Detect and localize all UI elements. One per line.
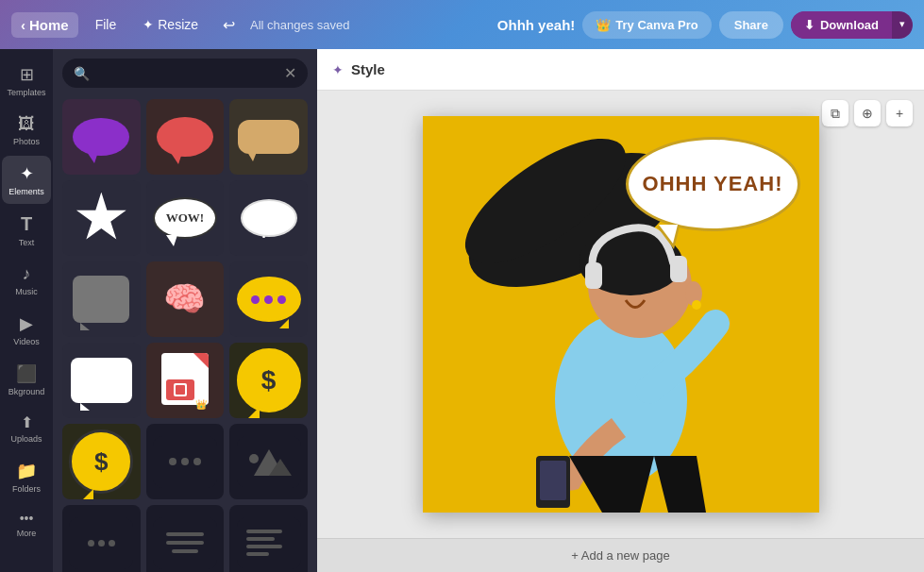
more-icon: ••• <box>20 511 34 526</box>
download-dropdown-button[interactable]: ▾ <box>892 11 913 39</box>
resize-icon: ✦ <box>143 17 154 32</box>
dark-chat-dots-bubble <box>69 517 133 569</box>
share-label: Share <box>734 18 768 32</box>
design-canvas[interactable]: OHHH YEAH! <box>423 116 819 513</box>
sidebar-photos-label: Photos <box>13 137 40 146</box>
canvas-workspace[interactable]: ⧉ ⊕ + <box>317 91 924 538</box>
photos-icon: 🖼 <box>18 114 35 134</box>
brain-icon: 🧠 <box>163 279 206 319</box>
element-dots-bubble[interactable] <box>229 261 308 337</box>
add-page-button[interactable]: + Add a new page <box>571 548 669 563</box>
main-area: ⊞ Templates 🖼 Photos ✦ Elements T Text ♪… <box>0 49 924 572</box>
sidebar-item-background[interactable]: ⬛ Bkground <box>2 356 51 404</box>
element-dark-dots-bubble[interactable] <box>146 424 225 499</box>
sidebar-music-label: Music <box>15 287 38 296</box>
sidebar-text-label: Text <box>19 238 35 247</box>
purple-speech-bubble <box>73 118 129 156</box>
add-element-button[interactable]: + <box>886 100 913 126</box>
left-sidebar: ⊞ Templates 🖼 Photos ✦ Elements T Text ♪… <box>0 49 53 572</box>
element-red-bubble[interactable] <box>146 99 225 175</box>
element-dollar-yellow[interactable]: $ <box>229 343 308 418</box>
sidebar-item-music[interactable]: ♪ Music <box>2 257 51 304</box>
elements-icon: ✦ <box>20 163 34 184</box>
home-button[interactable]: ‹ Home <box>11 12 78 38</box>
chat-dot2 <box>98 540 105 547</box>
svg-rect-8 <box>585 262 602 289</box>
file-menu-button[interactable]: File <box>86 12 126 37</box>
elements-panel: 🔍 speech bubble ✕ WOW! <box>53 49 317 572</box>
elements-grid: WOW! 🧠 <box>53 95 317 572</box>
canvas-controls: ⧉ ⊕ + <box>822 100 913 126</box>
sticker-element: 👑 <box>161 353 209 408</box>
download-main-button[interactable]: ⬇ Download <box>791 11 892 39</box>
canvas-bubble-text: OHHH YEAH! <box>643 172 783 196</box>
file-label: File <box>95 17 117 32</box>
try-pro-button[interactable]: 👑 Try Canva Pro <box>582 11 711 39</box>
save-status: All changes saved <box>250 18 490 32</box>
element-dark-lines2[interactable] <box>229 505 308 572</box>
search-icon: 🔍 <box>74 66 90 81</box>
dollar-outline-sym: $ <box>94 447 108 477</box>
dl3 <box>246 545 282 548</box>
element-dark-chat-dots[interactable] <box>62 505 141 572</box>
element-dark-mountain[interactable] <box>229 424 308 499</box>
sidebar-item-elements[interactable]: ✦ Elements <box>2 156 51 204</box>
red-speech-bubble <box>157 117 213 157</box>
dark-lines2-bubble <box>237 517 301 569</box>
search-clear-button[interactable]: ✕ <box>284 64 296 82</box>
resize-button[interactable]: ✦ Resize <box>133 12 208 37</box>
dot2 <box>264 295 273 304</box>
dark-dot1 <box>169 458 176 465</box>
dollar-yellow-bubble: $ <box>237 348 301 412</box>
element-brain-icon[interactable]: 🧠 <box>146 261 225 337</box>
sidebar-item-more[interactable]: ••• More <box>2 503 51 546</box>
element-dollar-outline[interactable]: $ <box>62 424 141 499</box>
element-dark-lines[interactable] <box>146 505 225 572</box>
canvas-speech-bubble[interactable]: OHHH YEAH! <box>626 137 800 231</box>
element-gray-chat[interactable] <box>62 261 141 337</box>
sidebar-item-text[interactable]: T Text <box>2 206 51 255</box>
svg-point-2 <box>249 454 259 463</box>
music-icon: ♪ <box>23 264 31 284</box>
sidebar-background-label: Bkground <box>8 387 45 396</box>
crown-icon: 👑 <box>596 18 611 32</box>
element-starburst[interactable] <box>62 180 141 256</box>
sidebar-item-templates[interactable]: ⊞ Templates <box>2 57 51 105</box>
download-icon: ⬇ <box>804 18 815 32</box>
undo-button[interactable]: ↩ <box>215 11 243 39</box>
white-rectangle-bubble <box>71 358 132 403</box>
duplicate-button[interactable]: ⊕ <box>854 100 881 126</box>
element-sticker-item[interactable]: 👑 <box>146 343 225 418</box>
search-bar: 🔍 speech bubble ✕ <box>62 59 308 88</box>
svg-rect-11 <box>540 461 566 500</box>
mountain-bubble <box>237 436 301 488</box>
share-button[interactable]: Share <box>719 11 783 39</box>
element-thought-bubble[interactable] <box>229 180 308 256</box>
sidebar-item-videos[interactable]: ▶ Videos <box>2 306 51 354</box>
copy-element-button[interactable]: ⧉ <box>822 100 848 126</box>
element-purple-bubble[interactable] <box>62 99 141 175</box>
dark-dot2 <box>181 458 189 465</box>
text-icon: T <box>21 213 32 235</box>
element-white-rect-bubble[interactable] <box>62 343 141 418</box>
dots-yellow-bubble <box>237 277 301 322</box>
style-toolbar-label: Style <box>351 61 385 77</box>
element-tan-bubble[interactable] <box>229 99 308 175</box>
uploads-icon: ⬆ <box>21 413 33 431</box>
sidebar-item-uploads[interactable]: ⬆ Uploads <box>2 406 51 451</box>
dark-lines-bubble <box>153 517 217 569</box>
element-wow-bubble[interactable]: WOW! <box>146 180 225 256</box>
home-label: Home <box>29 17 69 33</box>
dollar-outline-bubble: $ <box>69 429 133 494</box>
wow-speech-bubble: WOW! <box>153 197 217 239</box>
add-page-bar: + Add a new page <box>317 538 924 572</box>
home-chevron-icon: ‹ <box>21 17 25 33</box>
search-input[interactable]: speech bubble <box>95 66 278 81</box>
sidebar-item-photos[interactable]: 🖼 Photos <box>2 107 51 154</box>
dollar-symbol: $ <box>261 365 277 395</box>
chat-dot1 <box>88 540 94 547</box>
dot1 <box>251 295 260 304</box>
sidebar-item-folders[interactable]: 📁 Folders <box>2 453 51 501</box>
background-icon: ⬛ <box>16 363 37 384</box>
line3 <box>172 549 198 553</box>
